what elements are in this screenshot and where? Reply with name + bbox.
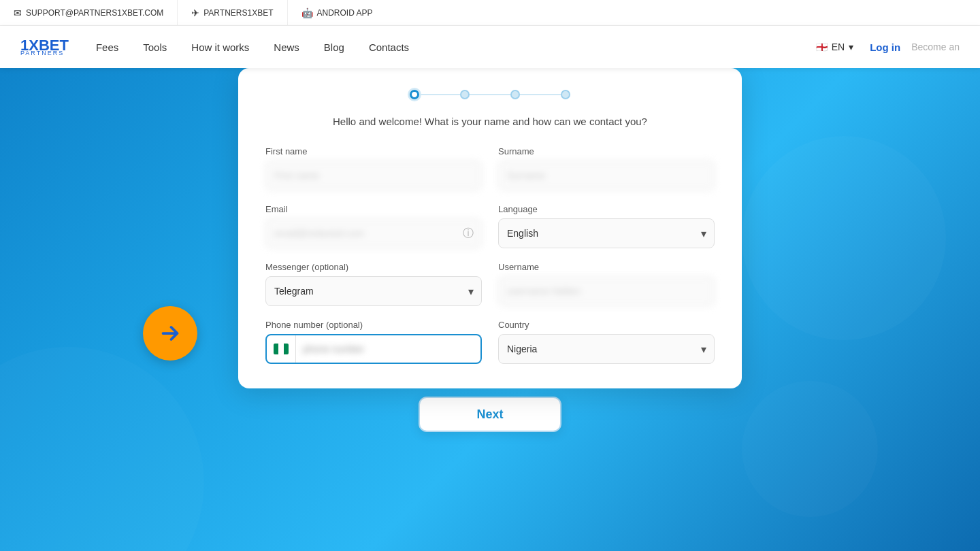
- support-email-item[interactable]: ✉ SUPPORT@PARTNERS1XBET.COM: [0, 0, 178, 25]
- step-4: [561, 90, 570, 99]
- telegram-icon: ✈: [191, 7, 199, 18]
- messenger-select[interactable]: Telegram WhatsApp Viber Skype: [265, 276, 482, 306]
- country-select-wrapper: Nigeria Kenya Ghana South Africa: [498, 334, 715, 364]
- flag-icon: 🏴󠁧󠁢󠁥󠁮󠁧󠁿: [816, 41, 828, 52]
- email-icon: ✉: [14, 7, 22, 18]
- main-content: Hello and welcome! What is your name and…: [0, 68, 980, 452]
- step-2: [460, 90, 470, 99]
- phone-flag[interactable]: [267, 335, 296, 363]
- first-name-input[interactable]: [265, 161, 482, 190]
- next-button-wrapper: Next: [0, 397, 980, 446]
- language-selector[interactable]: 🏴󠁧󠁢󠁥󠁮󠁧󠁿 EN ▾: [811, 39, 859, 55]
- welcome-text: Hello and welcome! What is your name and…: [265, 116, 715, 127]
- surname-label: Surname: [498, 146, 715, 156]
- phone-field: Phone number (optional): [265, 320, 482, 364]
- logo[interactable]: 1XBET PARTNERS: [20, 38, 69, 56]
- username-field: Username: [498, 262, 715, 306]
- email-input[interactable]: [265, 218, 482, 248]
- language-label: Language: [498, 204, 715, 214]
- email-field: Email ⓘ: [265, 204, 482, 248]
- form-grid: First name Surname Email ⓘ Language: [265, 146, 715, 364]
- register-button[interactable]: Become an: [911, 41, 960, 52]
- country-field: Country Nigeria Kenya Ghana South Africa: [498, 320, 715, 364]
- android-item[interactable]: 🤖 ANDROID APP: [288, 0, 387, 25]
- country-select[interactable]: Nigeria Kenya Ghana South Africa: [498, 334, 715, 364]
- language-select-wrapper: English French Spanish Portuguese Russia…: [498, 218, 715, 248]
- messenger-field: Messenger (optional) Telegram WhatsApp V…: [265, 262, 482, 306]
- step-line-3: [520, 94, 561, 95]
- chevron-down-icon: ▾: [849, 41, 853, 52]
- phone-label: Phone number (optional): [265, 320, 482, 330]
- support-email-text: SUPPORT@PARTNERS1XBET.COM: [26, 8, 163, 18]
- nav-tools[interactable]: Tools: [143, 41, 167, 53]
- messenger-label: Messenger (optional): [265, 262, 482, 272]
- top-bar: ✉ SUPPORT@PARTNERS1XBET.COM ✈ PARTNERS1X…: [0, 0, 980, 26]
- nav-blog[interactable]: Blog: [324, 41, 344, 53]
- lang-code: EN: [832, 41, 845, 52]
- registration-form-card: Hello and welcome! What is your name and…: [238, 68, 742, 388]
- progress-steps: [265, 90, 715, 99]
- info-icon[interactable]: ⓘ: [463, 227, 474, 241]
- nav-contacts[interactable]: Contacts: [369, 41, 409, 53]
- navbar: 1XBET PARTNERS Fees Tools How it works N…: [0, 26, 980, 68]
- android-label: ANDROID APP: [317, 8, 373, 18]
- nigeria-flag: [274, 344, 289, 354]
- language-select[interactable]: English French Spanish Portuguese Russia…: [498, 218, 715, 248]
- login-button[interactable]: Log in: [870, 41, 900, 53]
- surname-field: Surname: [498, 146, 715, 190]
- step-3: [510, 90, 520, 99]
- first-name-label: First name: [265, 146, 482, 156]
- country-label: Country: [498, 320, 715, 330]
- phone-input[interactable]: [296, 344, 480, 354]
- email-label: Email: [265, 204, 482, 214]
- username-label: Username: [498, 262, 715, 272]
- step-1: [410, 90, 419, 99]
- nav-links: Fees Tools How it works News Blog Contac…: [96, 41, 811, 53]
- phone-input-wrapper: [265, 334, 482, 364]
- step-line-1: [419, 94, 460, 95]
- nav-news[interactable]: News: [274, 41, 299, 53]
- telegram-item[interactable]: ✈ PARTNERS1XBET: [178, 0, 287, 25]
- nav-how-it-works[interactable]: How it works: [191, 41, 249, 53]
- messenger-select-wrapper: Telegram WhatsApp Viber Skype: [265, 276, 482, 306]
- username-input[interactable]: [498, 276, 715, 306]
- android-icon: 🤖: [301, 7, 313, 18]
- first-name-field: First name: [265, 146, 482, 190]
- nav-right: 🏴󠁧󠁢󠁥󠁮󠁧󠁿 EN ▾ Log in Become an: [811, 39, 960, 55]
- step-line-2: [470, 94, 510, 95]
- logo-sub-text: PARTNERS: [20, 50, 69, 56]
- email-input-wrapper: ⓘ: [265, 218, 482, 248]
- surname-input[interactable]: [498, 161, 715, 190]
- language-field: Language English French Spanish Portugue…: [498, 204, 715, 248]
- arrow-right-icon: [158, 321, 182, 346]
- telegram-label: PARTNERS1XBET: [203, 8, 273, 18]
- arrow-button[interactable]: [143, 306, 197, 361]
- nav-fees[interactable]: Fees: [96, 41, 118, 53]
- next-button[interactable]: Next: [419, 397, 561, 432]
